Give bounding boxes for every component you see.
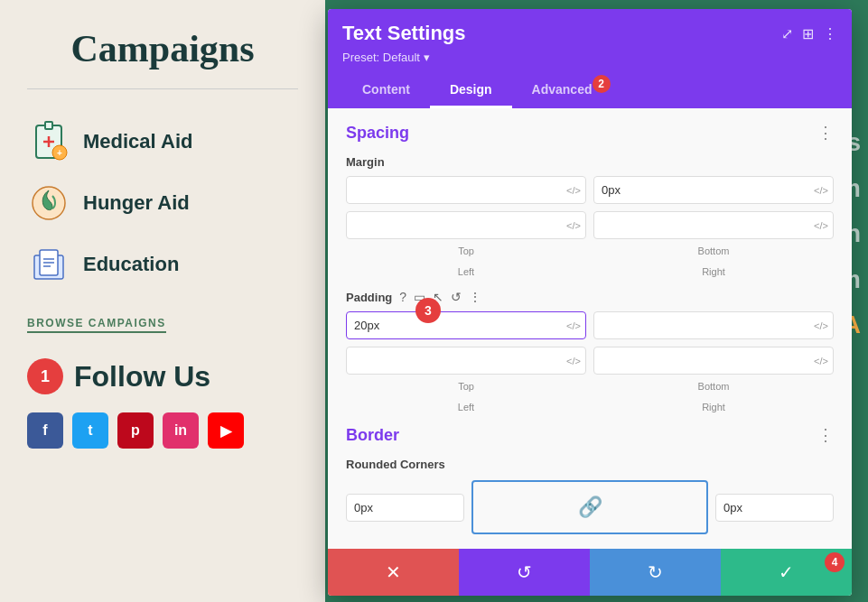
- margin-left-group: </>: [346, 211, 586, 239]
- border-section: Border ⋮ Rounded Corners 🔗: [346, 425, 834, 534]
- margin-bottom-link-icon: </>: [814, 185, 828, 196]
- margin-bottom-group: </>: [593, 176, 834, 204]
- social-icons: f t p in ▶: [27, 412, 298, 449]
- margin-right-link-icon: </>: [814, 220, 828, 231]
- corner-tl-input[interactable]: [346, 494, 464, 522]
- svg-rect-1: [45, 122, 52, 129]
- follow-us-label: Follow Us: [74, 360, 210, 394]
- campaign-label-medical: Medical Aid: [83, 130, 192, 153]
- padding-inputs: </> </> </> </>: [346, 311, 834, 375]
- tab-design[interactable]: Design: [430, 73, 512, 108]
- preset-selector[interactable]: Preset: Default ▾: [342, 51, 837, 64]
- campaign-list: + Medical Aid Hunger Aid Education: [27, 111, 298, 295]
- cancel-icon: ✕: [386, 561, 401, 583]
- tab-advanced[interactable]: Advanced 2: [512, 73, 612, 108]
- padding-right-input[interactable]: [593, 347, 834, 375]
- modal-header: Text Settings ⤢ ⊞ ⋮ Preset: Default ▾ Co…: [328, 9, 852, 108]
- margin-right-input[interactable]: [593, 211, 834, 239]
- campaign-label-education: Education: [83, 253, 179, 276]
- sidebar: Campaigns + Medical Aid Hunger Aid: [0, 0, 325, 602]
- youtube-button[interactable]: ▶: [208, 412, 244, 449]
- padding-right-link-icon: </>: [814, 356, 828, 366]
- save-badge: 4: [825, 552, 845, 572]
- margin-top-input[interactable]: [346, 176, 586, 204]
- follow-badge: 1: [27, 358, 63, 394]
- list-item[interactable]: Education: [27, 234, 298, 295]
- page-title: Campaigns: [27, 27, 298, 70]
- padding-bottom-input[interactable]: [593, 311, 834, 339]
- corner-tl-group: [346, 494, 464, 522]
- modal-body: Spacing ⋮ Margin </> </> </> </> T: [328, 108, 852, 549]
- margin-bottom-label: Bottom: [593, 245, 834, 256]
- padding-label: Padding: [346, 291, 392, 304]
- list-item[interactable]: + Medical Aid: [27, 111, 298, 172]
- padding-top-link-icon: </>: [566, 320, 581, 331]
- reset-button[interactable]: ↺: [459, 549, 590, 596]
- modal-tabs: Content Design Advanced 2: [342, 73, 837, 108]
- redo-button[interactable]: ↻: [590, 549, 721, 596]
- expand-icon[interactable]: ⤢: [781, 25, 793, 42]
- border-section-header: Border ⋮: [346, 425, 834, 445]
- tab-content[interactable]: Content: [342, 73, 430, 108]
- padding-more-icon[interactable]: ⋮: [469, 290, 481, 304]
- margin-left-link-icon: </>: [566, 220, 581, 231]
- margin-left-input[interactable]: [346, 211, 586, 239]
- cancel-button[interactable]: ✕: [328, 549, 459, 596]
- margin-col-labels: Top Bottom Left Right: [346, 243, 834, 277]
- instagram-button[interactable]: in: [163, 412, 199, 449]
- divider: [27, 88, 298, 89]
- advanced-badge: 2: [593, 75, 611, 93]
- padding-top-group: </>: [346, 311, 586, 339]
- twitter-button[interactable]: t: [72, 412, 108, 449]
- save-icon: ✓: [779, 561, 794, 583]
- list-item[interactable]: Hunger Aid: [27, 172, 298, 234]
- modal-title: Text Settings: [342, 22, 466, 45]
- border-link-icon[interactable]: 🔗: [578, 495, 602, 519]
- padding-header: Padding ? ▭ ↖ ↺ ⋮: [346, 290, 834, 304]
- padding-bottom-link-icon: </>: [814, 320, 828, 331]
- padding-device-icon[interactable]: ▭: [414, 290, 425, 304]
- education-icon: [27, 243, 70, 286]
- more-icon[interactable]: ⋮: [823, 25, 837, 42]
- pinterest-button[interactable]: p: [117, 412, 154, 449]
- text-settings-modal: Text Settings ⤢ ⊞ ⋮ Preset: Default ▾ Co…: [328, 9, 852, 596]
- border-corners-grid: 🔗: [346, 480, 834, 534]
- modal-header-top: Text Settings ⤢ ⊞ ⋮: [342, 22, 837, 45]
- reset-icon: ↺: [517, 561, 532, 583]
- spacing-title: Spacing: [346, 124, 409, 143]
- margin-inputs: </> </> </> </>: [346, 176, 834, 239]
- modal-header-icons: ⤢ ⊞ ⋮: [781, 25, 837, 42]
- spacing-menu-icon[interactable]: ⋮: [817, 123, 834, 143]
- padding-right-group: </>: [593, 347, 834, 375]
- browse-campaigns-link[interactable]: BROWSE CAMPAIGNS: [27, 317, 166, 333]
- padding-help-icon[interactable]: ?: [399, 290, 406, 304]
- corner-tr-input[interactable]: [715, 494, 834, 522]
- facebook-button[interactable]: f: [27, 412, 63, 449]
- margin-top-label: Top: [346, 245, 586, 256]
- redo-icon: ↻: [648, 561, 663, 583]
- margin-left-label: Left: [346, 266, 586, 277]
- border-preview: 🔗: [471, 480, 708, 534]
- border-title: Border: [346, 426, 399, 445]
- spacing-section-header: Spacing ⋮: [346, 123, 834, 143]
- padding-left-group: </>: [346, 347, 586, 375]
- padding-left-link-icon: </>: [566, 356, 581, 366]
- corner-tr-group: [715, 494, 834, 522]
- padding-cursor-icon[interactable]: ↖: [433, 290, 443, 304]
- columns-icon[interactable]: ⊞: [802, 25, 814, 42]
- padding-col-labels: Top Bottom Left Right: [346, 378, 834, 412]
- follow-us-section: 1 Follow Us: [27, 358, 298, 394]
- padding-left-label: Left: [346, 402, 586, 412]
- margin-bottom-input[interactable]: [593, 176, 834, 204]
- hunger-icon: [27, 181, 70, 225]
- svg-text:+: +: [57, 148, 62, 158]
- padding-left-input[interactable]: [346, 347, 586, 375]
- padding-reset-icon[interactable]: ↺: [451, 290, 462, 304]
- padding-right-label: Right: [593, 402, 834, 412]
- medical-icon: +: [27, 120, 70, 163]
- padding-top-input[interactable]: [346, 311, 586, 339]
- save-button[interactable]: ✓ 4: [721, 549, 852, 596]
- margin-right-group: </>: [593, 211, 834, 239]
- border-menu-icon[interactable]: ⋮: [817, 425, 834, 445]
- margin-top-group: </>: [346, 176, 586, 204]
